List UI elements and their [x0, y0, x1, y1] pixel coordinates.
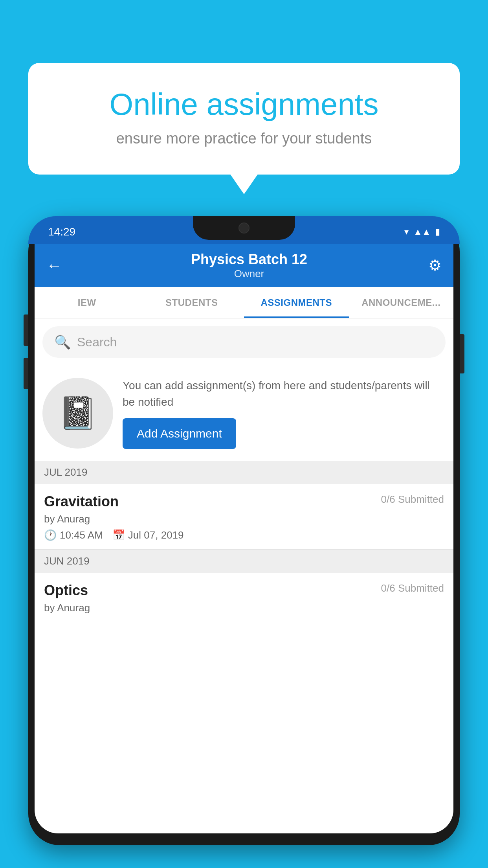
app-header: ← Physics Batch 12 Owner ⚙: [35, 244, 453, 287]
notebook-icon: 📓: [58, 395, 97, 432]
tab-announcements[interactable]: ANNOUNCEME...: [349, 287, 454, 318]
assignment-item-gravitation[interactable]: Gravitation 0/6 Submitted by Anurag 🕐 10…: [35, 484, 453, 550]
volume-down-button: [24, 358, 28, 389]
battery-icon: ▮: [435, 227, 440, 237]
tab-students[interactable]: STUDENTS: [139, 287, 244, 318]
power-button: [460, 334, 464, 373]
header-title: Physics Batch 12: [70, 251, 428, 268]
status-icons: ▾ ▲▲ ▮: [404, 227, 440, 237]
search-placeholder: Search: [77, 335, 117, 349]
volume-up-button: [24, 314, 28, 346]
tab-iew[interactable]: IEW: [35, 287, 139, 318]
bubble-title: Online assignments: [60, 86, 428, 122]
wifi-icon: ▾: [404, 227, 409, 237]
phone-body: 14:29 ▾ ▲▲ ▮ ← Physics Batch 12 Owner ⚙: [28, 216, 460, 845]
assignment-title-optics: Optics: [44, 582, 88, 599]
phone-notch: [193, 216, 295, 240]
bubble-subtitle: ensure more practice for your students: [60, 130, 428, 147]
add-assignment-button[interactable]: Add Assignment: [123, 418, 236, 449]
assignment-meta-gravitation: 🕐 10:45 AM 📅 Jul 07, 2019: [44, 529, 444, 541]
phone-mockup: 14:29 ▾ ▲▲ ▮ ← Physics Batch 12 Owner ⚙: [28, 216, 460, 868]
content-area: 🔍 Search 📓 You can add assignment(s) fro…: [35, 318, 453, 626]
section-header-jul: JUL 2019: [35, 461, 453, 484]
search-bar-container: 🔍 Search: [35, 318, 453, 366]
tabs-bar: IEW STUDENTS ASSIGNMENTS ANNOUNCEME...: [35, 287, 453, 318]
date-value: Jul 07, 2019: [128, 529, 184, 541]
assignment-author-optics: by Anurag: [44, 602, 444, 614]
assignment-author-gravitation: by Anurag: [44, 513, 444, 525]
assignment-header-row-optics: Optics 0/6 Submitted: [44, 582, 444, 599]
assignment-time: 🕐 10:45 AM: [44, 529, 103, 541]
info-description: You can add assignment(s) from here and …: [123, 377, 444, 410]
settings-icon[interactable]: ⚙: [428, 257, 442, 274]
info-text-area: You can add assignment(s) from here and …: [123, 377, 444, 449]
front-camera: [238, 223, 250, 234]
time-value: 10:45 AM: [60, 529, 103, 541]
speech-bubble: Online assignments ensure more practice …: [28, 63, 460, 175]
assignment-status-gravitation: 0/6 Submitted: [381, 493, 444, 506]
clock-icon: 🕐: [44, 529, 57, 541]
status-time: 14:29: [48, 226, 75, 238]
info-card: 📓 You can add assignment(s) from here an…: [35, 366, 453, 461]
back-button[interactable]: ←: [46, 257, 62, 274]
app-screen: ← Physics Batch 12 Owner ⚙ IEW STUDENTS …: [35, 244, 453, 833]
speech-bubble-container: Online assignments ensure more practice …: [28, 63, 460, 175]
calendar-icon: 📅: [112, 529, 125, 541]
tab-assignments[interactable]: ASSIGNMENTS: [244, 287, 349, 318]
assignment-header-row: Gravitation 0/6 Submitted: [44, 493, 444, 510]
signal-icon: ▲▲: [413, 227, 431, 237]
section-header-jun: JUN 2019: [35, 550, 453, 573]
search-bar[interactable]: 🔍 Search: [42, 326, 446, 358]
assignment-item-optics[interactable]: Optics 0/6 Submitted by Anurag: [35, 573, 453, 626]
header-title-area: Physics Batch 12 Owner: [70, 251, 428, 280]
assignment-date: 📅 Jul 07, 2019: [112, 529, 184, 541]
assignment-status-optics: 0/6 Submitted: [381, 582, 444, 594]
info-icon-circle: 📓: [42, 378, 113, 449]
search-icon: 🔍: [54, 334, 71, 350]
assignment-title-gravitation: Gravitation: [44, 493, 119, 510]
header-subtitle: Owner: [70, 268, 428, 280]
